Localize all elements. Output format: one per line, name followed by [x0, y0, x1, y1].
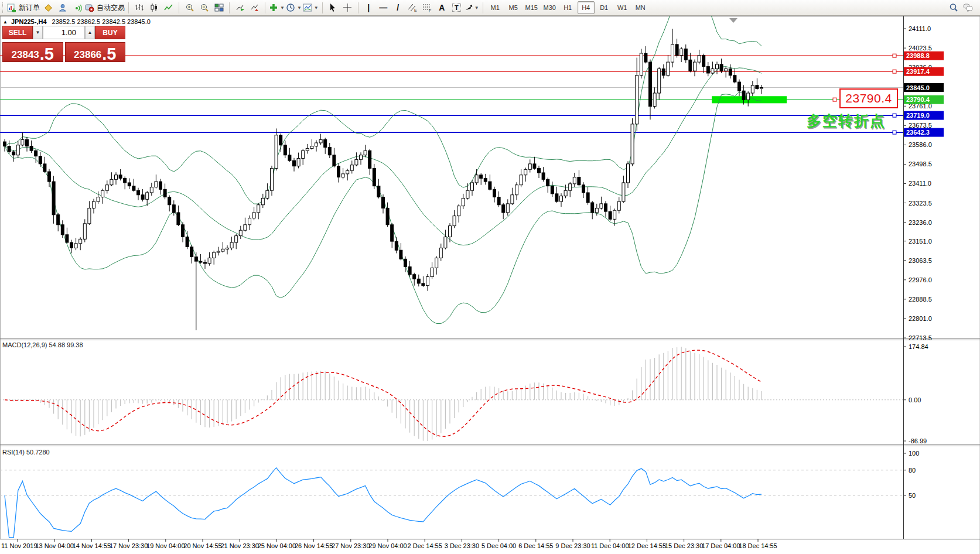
sell-button[interactable]: SELL: [2, 26, 33, 39]
timeframe-m30[interactable]: M30: [541, 1, 558, 14]
time-axis-label: 17 Nov 23:30: [110, 542, 148, 549]
line-anchor[interactable]: [893, 131, 896, 134]
periods-button[interactable]: ▼: [286, 1, 302, 14]
line-chart-button[interactable]: [162, 1, 175, 14]
templates-button[interactable]: ▼: [303, 1, 319, 14]
candle: [4, 142, 6, 146]
timeframe-m1[interactable]: M1: [487, 1, 504, 14]
candle: [609, 211, 612, 219]
candle: [431, 268, 433, 276]
candle: [457, 206, 460, 216]
candlestick-chart-button[interactable]: [147, 1, 161, 14]
sell-price-display[interactable]: 23843 .5: [2, 42, 63, 62]
horizontal-line-button[interactable]: —: [377, 1, 390, 14]
candle: [244, 225, 247, 230]
chat-button[interactable]: [961, 1, 975, 14]
chat-icon: [963, 3, 974, 12]
candle: [93, 201, 95, 208]
new-order-icon: [7, 3, 16, 12]
candle: [124, 178, 127, 183]
autotrading-button[interactable]: 自动交易: [85, 1, 125, 14]
signal-icon: [73, 3, 82, 12]
autotrading-label: 自动交易: [97, 3, 125, 13]
vertical-line-icon: |: [367, 3, 370, 12]
candle: [613, 210, 616, 219]
chart-surface[interactable]: 174.840.00-86.99100805024111.024023.5239…: [0, 0, 980, 554]
candle: [422, 283, 425, 286]
zoom-in-icon: [185, 3, 194, 12]
macd-signal-line: [5, 350, 762, 436]
zoom-out-button[interactable]: [197, 1, 211, 14]
candle: [578, 177, 581, 185]
chart-shift-button[interactable]: [248, 1, 261, 14]
timeframe-h1[interactable]: H1: [559, 1, 576, 14]
vertical-line-button[interactable]: |: [362, 1, 375, 14]
line-anchor[interactable]: [893, 70, 896, 73]
bar-chart-button[interactable]: [132, 1, 146, 14]
candle: [382, 197, 385, 208]
price-badge-label: 23917.4: [906, 68, 930, 75]
profile-button[interactable]: [41, 1, 54, 14]
line-anchor[interactable]: [893, 114, 896, 117]
trendline-button[interactable]: /: [391, 1, 405, 14]
timeframe-label: M5: [509, 4, 518, 11]
candle: [449, 226, 452, 237]
candle: [675, 45, 678, 56]
candle: [408, 267, 411, 275]
chart-shift-marker[interactable]: [729, 18, 737, 23]
candle: [328, 148, 331, 155]
timeframe-h4[interactable]: H4: [578, 1, 595, 14]
volume-increase-button[interactable]: ▲: [85, 26, 95, 39]
community-button[interactable]: [56, 1, 69, 14]
arrows-button[interactable]: ▼: [465, 1, 479, 14]
indicators-button[interactable]: ▼: [269, 1, 285, 14]
timeframe-m15[interactable]: M15: [523, 1, 540, 14]
collapse-triangle-icon[interactable]: ▲: [3, 19, 8, 25]
text-label-button[interactable]: T: [450, 1, 463, 14]
volume-input[interactable]: 1.00: [43, 26, 85, 39]
turning-point-annotation[interactable]: 多空转折点: [807, 111, 886, 131]
price-axis-tick-label: 23063.5: [909, 257, 932, 264]
cursor-button[interactable]: [326, 1, 340, 14]
timeframe-w1[interactable]: W1: [614, 1, 631, 14]
buy-button[interactable]: BUY: [95, 26, 125, 39]
search-button[interactable]: [947, 1, 960, 14]
timeframe-d1[interactable]: D1: [596, 1, 613, 14]
zoom-in-button[interactable]: [183, 1, 196, 14]
timeframe-m5[interactable]: M5: [505, 1, 522, 14]
time-axis-label: 13 Nov 04:00: [35, 542, 73, 549]
price-axis-tick-label: 23673.5: [909, 122, 932, 129]
price-badge-label: 23790.4: [906, 96, 930, 103]
macd-axis-label: 174.84: [909, 343, 928, 350]
toolbar-separator: [229, 2, 230, 13]
candle: [70, 242, 73, 248]
candle: [515, 185, 518, 195]
price-axis-tick-label: 24023.5: [909, 45, 932, 52]
timeframe-mn[interactable]: MN: [632, 1, 649, 14]
time-axis-label: 27 Nov 23:30: [332, 542, 370, 549]
candle: [346, 170, 349, 174]
candle: [569, 184, 572, 190]
new-order-button[interactable]: 新订单: [7, 1, 40, 14]
price-axis-tick-label: 24111.0: [909, 25, 931, 32]
tile-windows-button[interactable]: [212, 1, 226, 14]
timeframe-label: H1: [564, 4, 572, 11]
crosshair-button[interactable]: [341, 1, 354, 14]
buy-price-display[interactable]: 23866 .5: [65, 42, 126, 62]
auto-scroll-button[interactable]: [233, 1, 247, 14]
fibonacci-button[interactable]: F: [421, 1, 434, 14]
price-annotation-box[interactable]: 23790.4: [839, 88, 898, 108]
candle: [636, 76, 638, 124]
candle: [177, 213, 180, 225]
volume-decrease-button[interactable]: ▼: [33, 26, 43, 39]
signals-button[interactable]: [70, 1, 84, 14]
candle: [506, 204, 509, 213]
text-button[interactable]: A: [435, 1, 449, 14]
candle: [159, 182, 162, 189]
indicators-plus-icon: [269, 3, 278, 12]
candle: [502, 205, 505, 213]
annotation-anchor[interactable]: [833, 98, 836, 101]
channel-button[interactable]: E: [406, 1, 419, 14]
candle: [30, 146, 33, 151]
line-anchor[interactable]: [893, 54, 896, 57]
